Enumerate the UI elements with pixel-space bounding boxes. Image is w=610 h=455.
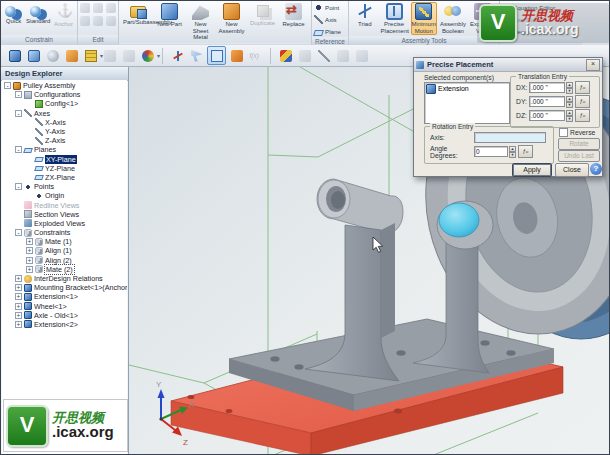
tree-expander[interactable]: - <box>15 110 22 117</box>
fx-button[interactable]: ƒ« <box>575 109 590 122</box>
appearance-icon[interactable] <box>139 47 156 64</box>
edit-tool-icon[interactable] <box>93 16 103 26</box>
disabled-tool-icon[interactable] <box>101 47 118 64</box>
tree-expander[interactable]: + <box>15 284 22 291</box>
close-button[interactable]: Close <box>555 163 589 177</box>
tree-expander[interactable]: - <box>15 183 22 190</box>
color-cube-icon[interactable] <box>277 47 294 64</box>
minimum-motion-tool-icon[interactable] <box>228 47 245 64</box>
tree-item[interactable]: + Extension<1> <box>2 292 127 301</box>
edit-tool-icon[interactable] <box>106 16 116 26</box>
tree-item[interactable]: + Wheel<1> <box>2 302 127 311</box>
tree-expander[interactable]: - <box>15 229 22 236</box>
angle-input[interactable]: 0 <box>474 146 508 157</box>
triad-tool-icon[interactable] <box>169 47 186 64</box>
tree-item[interactable]: - Configurations <box>2 90 127 99</box>
view-orientation-icon[interactable] <box>44 47 61 64</box>
tree-item[interactable]: + Mate (1) <box>2 237 127 246</box>
tree-item[interactable]: Origin <box>2 191 127 200</box>
standard-constraint-button[interactable]: Standard <box>25 2 51 26</box>
assembly-small-icon[interactable] <box>63 47 80 64</box>
triad-button[interactable]: Triad <box>352 2 378 29</box>
tree-item[interactable]: Y-Axis <box>2 127 127 136</box>
apply-button[interactable]: Apply <box>512 163 552 177</box>
tree-item[interactable]: Exploded Views <box>2 219 127 228</box>
precise-placement-tool-icon[interactable] <box>207 46 226 65</box>
tree-item[interactable]: - Constraints <box>2 228 127 237</box>
fx-button[interactable]: ƒ« <box>575 81 590 94</box>
tree-item[interactable]: YZ-Plane <box>2 164 127 173</box>
tree-item[interactable]: + Mounting Bracket<1>(Anchored) <box>2 283 127 292</box>
spinner[interactable]: ▲▼ <box>566 96 573 107</box>
tree-item[interactable]: - Axes <box>2 109 127 118</box>
tree-expander[interactable]: - <box>15 146 22 153</box>
tree-item[interactable]: + Align (1) <box>2 246 127 255</box>
spinner[interactable]: ▲▼ <box>509 146 516 157</box>
reference-axis-button[interactable]: Axis <box>314 14 348 25</box>
tree-item[interactable]: - Planes <box>2 145 127 154</box>
tree-expander[interactable]: + <box>26 257 33 264</box>
tree-item[interactable]: Config<1> <box>2 99 127 108</box>
new-part-button[interactable]: New Part <box>155 2 184 29</box>
edit-tool-icon[interactable] <box>80 16 90 26</box>
tree-expander[interactable]: + <box>15 303 22 310</box>
reference-point-button[interactable]: Point <box>314 2 348 13</box>
anchor-button[interactable]: Anchor <box>53 2 74 29</box>
tree-item[interactable]: + Axle - Old<1> <box>2 311 127 320</box>
reverse-checkbox[interactable]: Reverse <box>559 128 595 137</box>
replace-button[interactable]: Replace <box>279 2 308 29</box>
tree-expander[interactable]: - <box>15 91 22 98</box>
dialog-titlebar[interactable]: Precise Placement × <box>414 58 602 72</box>
line-tool-icon[interactable] <box>315 47 332 64</box>
disabled-tool-icon[interactable] <box>120 47 137 64</box>
minimum-motion-button[interactable]: Minimum Motion <box>411 2 437 35</box>
undo-last-button[interactable]: Undo Last <box>558 150 600 162</box>
tree-item[interactable]: XY-Plane <box>2 155 127 164</box>
tree-expander[interactable]: + <box>26 247 33 254</box>
tree-item[interactable]: - Pulley Assembly <box>2 81 127 90</box>
measure-tool-icon[interactable] <box>296 47 313 64</box>
fx-button[interactable]: ƒ« <box>518 145 533 158</box>
edit-tool-icon[interactable] <box>106 3 116 13</box>
edit-tool-icon[interactable] <box>93 3 103 13</box>
tree-expander[interactable]: + <box>26 266 33 273</box>
close-icon[interactable]: × <box>586 59 600 71</box>
part-workspace-icon[interactable] <box>25 47 42 64</box>
move-part-icon[interactable] <box>188 47 205 64</box>
tree-expander[interactable]: + <box>15 312 22 319</box>
edit-tool-icon[interactable] <box>80 3 90 13</box>
help-icon[interactable]: ? <box>590 163 602 175</box>
assembly-boolean-button[interactable]: Assembly Boolean <box>439 2 467 35</box>
tree-expander[interactable]: + <box>15 321 22 328</box>
new-assembly-button[interactable]: New Assembly <box>217 2 246 35</box>
new-sheet-metal-button[interactable]: New Sheet Metal <box>186 2 215 42</box>
insert-part-subassembly-button[interactable]: Part/Subassembly <box>122 2 153 27</box>
tree-item[interactable]: - Points <box>2 182 127 191</box>
scale-tool-icon[interactable] <box>334 47 351 64</box>
translation-input[interactable]: .000 " <box>529 82 565 93</box>
assembly-workspace-icon[interactable] <box>6 47 23 64</box>
tree-item[interactable]: Z-Axis <box>2 136 127 145</box>
axis-input[interactable] <box>474 132 546 143</box>
tree-item[interactable]: X-Axis <box>2 118 127 127</box>
equation-tool-icon[interactable] <box>247 47 264 64</box>
translation-input[interactable]: .000 " <box>529 96 565 107</box>
precise-placement-button[interactable]: Precise Placement <box>380 2 409 35</box>
tree-expander[interactable]: - <box>4 82 11 89</box>
selected-component-item[interactable]: Extension <box>426 84 508 93</box>
tree-item[interactable]: Section Views <box>2 210 127 219</box>
duplicate-button[interactable]: Duplicate <box>248 2 277 28</box>
tree-expander[interactable]: + <box>15 293 22 300</box>
quick-constraint-button[interactable]: Quick <box>4 2 23 26</box>
tree-item[interactable]: ZX-Plane <box>2 173 127 182</box>
tree-item[interactable]: + Extension<2> <box>2 320 127 329</box>
spinner[interactable]: ▲▼ <box>566 110 573 121</box>
anchor-tool-icon[interactable] <box>353 47 370 64</box>
selected-components-list[interactable]: Extension <box>424 82 510 124</box>
tree-expander[interactable]: + <box>15 275 22 282</box>
fx-button[interactable]: ƒ« <box>575 95 590 108</box>
display-grid-icon[interactable] <box>82 47 99 64</box>
spinner[interactable]: ▲▼ <box>566 82 573 93</box>
tree-item[interactable]: + InterDesign Relations <box>2 274 127 283</box>
tree-item[interactable]: + Mate (2) <box>2 265 127 274</box>
